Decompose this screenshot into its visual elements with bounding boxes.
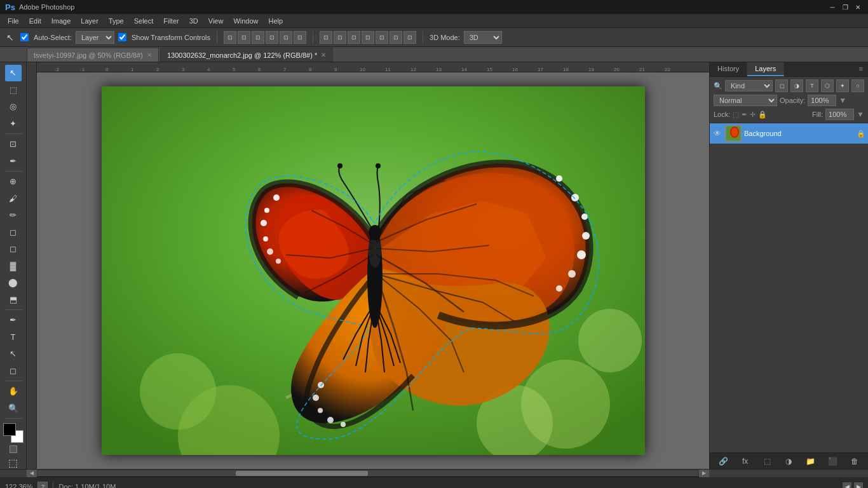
lock-paint-icon[interactable]: ✒ [742,111,747,119]
layers-list: 👁 Background 🔒 [710,123,868,452]
3d-mode-dropdown[interactable]: 3D [464,31,502,44]
tab-file1-close[interactable]: ✕ [147,51,152,58]
healing-btn[interactable]: ⊕ [5,173,22,190]
crop-tool-btn[interactable]: ⊡ [5,136,22,152]
dist-btn-6[interactable]: ⊡ [390,31,402,44]
quick-mask-btn[interactable] [5,445,22,454]
align-btn-4[interactable]: ⊡ [266,31,278,44]
menu-3d[interactable]: 3D [184,16,203,26]
dist-btn-2[interactable]: ⊡ [334,31,346,44]
canvas-area[interactable]: -3 -2 -1 0 1 2 3 4 5 6 7 8 9 10 11 12 13… [27,62,709,469]
menu-filter[interactable]: Filter [158,16,184,26]
new-group-btn[interactable]: 📁 [804,455,817,468]
gradient-btn[interactable]: ▓ [5,257,22,274]
filter-select[interactable]: Kind Name Effect Mode Attribute Color [725,80,773,92]
ruler-horizontal: -3 -2 -1 0 1 2 3 4 5 6 7 8 9 10 11 12 13… [27,62,709,72]
dist-btn-1[interactable]: ⊡ [320,31,332,44]
add-mask-btn[interactable]: ⬚ [761,455,773,468]
menu-edit[interactable]: Edit [24,16,46,26]
status-zoom: 122.36% [5,483,32,489]
align-btn-3[interactable]: ⊡ [252,31,264,44]
pen-btn[interactable]: ✒ [5,312,22,329]
menu-type[interactable]: Type [104,16,129,26]
menu-file[interactable]: File [3,16,24,26]
dist-btn-5[interactable]: ⊡ [376,31,388,44]
hand-btn[interactable]: ✋ [5,383,22,400]
tab-file2[interactable]: 1300302632_monarch2.jpg @ 122% (RGB/8#) … [160,48,333,62]
scroll-thumb-h[interactable] [236,471,368,476]
filter-type-type[interactable]: T [806,79,818,92]
brush-btn[interactable]: 🖌 [5,190,22,207]
magic-wand-btn[interactable]: ✦ [5,116,22,132]
zoom-info-btn[interactable]: ? [37,482,48,489]
color-swatches[interactable] [3,423,24,443]
lock-all-icon[interactable]: 🔒 [758,111,767,119]
menu-window[interactable]: Window [228,16,263,26]
shape-btn[interactable]: ◻ [5,362,22,379]
filter-type-adj[interactable]: ◑ [790,79,803,92]
align-btn-1[interactable]: ⊡ [224,31,236,44]
lock-transparency-icon[interactable]: ⬚ [733,111,739,119]
scroll-left-btn[interactable]: ◀ [27,470,37,477]
filter-type-shape[interactable]: ⬡ [821,79,834,92]
filter-type-smart[interactable]: ✦ [836,79,849,92]
eraser-btn[interactable]: ◻ [5,241,22,257]
dist-btn-3[interactable]: ⊡ [348,31,360,44]
history-brush-btn[interactable]: ◻ [5,224,22,240]
fill-arrow[interactable]: ▼ [857,110,864,119]
screen-mode-btn[interactable]: ⬚ [8,457,18,469]
close-button[interactable]: ✕ [853,3,863,11]
layer-lock-icon: 🔒 [857,130,865,138]
delete-layer-btn[interactable]: 🗑 [848,455,861,468]
filter-type-pixel[interactable]: ◻ [775,79,788,92]
layer-visibility-icon[interactable]: 👁 [712,128,722,139]
auto-select-dropdown[interactable]: Layer Group [76,31,114,44]
align-btn-2[interactable]: ⊡ [238,31,250,44]
menu-select[interactable]: Select [129,16,159,26]
tab-file1[interactable]: tsvetyi-10997.jpg @ 50% (RGB/8#) ✕ [27,48,159,62]
blend-mode-select[interactable]: Normal Dissolve Multiply Screen Overlay [714,95,777,106]
auto-select-checkbox[interactable] [20,33,29,41]
type-btn[interactable]: T [5,329,22,345]
menu-help[interactable]: Help [264,16,288,26]
next-frame-btn[interactable]: ▶ [854,482,863,489]
blur-btn[interactable]: ⬤ [5,274,22,291]
align-btn-5[interactable]: ⊡ [280,31,292,44]
panel-menu-icon[interactable]: ≡ [854,62,868,76]
new-adjustment-btn[interactable]: ◑ [782,455,795,468]
layer-effects-btn[interactable]: fx [739,455,752,468]
align-btn-6[interactable]: ⊡ [294,31,306,44]
lock-move-icon[interactable]: ✛ [750,111,756,119]
lasso-tool-btn[interactable]: ◎ [5,98,22,115]
dist-btn-7[interactable]: ⊡ [403,31,416,44]
minimize-button[interactable]: ─ [827,3,837,11]
filter-toggle[interactable]: ○ [851,79,864,92]
zoom-btn[interactable]: 🔍 [5,400,22,416]
layer-item-background[interactable]: 👁 Background 🔒 [710,123,868,144]
tab-layers[interactable]: Layers [747,62,784,76]
new-layer-btn[interactable]: ⬛ [826,455,839,468]
prev-frame-btn[interactable]: ◀ [843,482,851,489]
fill-input[interactable] [825,109,854,120]
clone-btn[interactable]: ✏ [5,207,22,224]
eyedropper-btn[interactable]: ✒ [5,152,22,169]
foreground-color[interactable] [3,423,16,436]
menu-image[interactable]: Image [46,16,76,26]
dist-btn-4[interactable]: ⊡ [362,31,374,44]
dodge-btn[interactable]: ⬒ [5,291,22,308]
menu-view[interactable]: View [203,16,229,26]
menu-layer[interactable]: Layer [76,16,104,26]
marquee-tool-btn[interactable]: ⬚ [5,82,22,98]
opacity-arrow[interactable]: ▼ [839,96,846,105]
show-transform-checkbox[interactable] [118,33,126,41]
tab-history[interactable]: History [710,62,747,76]
scroll-right-btn[interactable]: ▶ [699,470,709,477]
move-tool-btn[interactable]: ↖ [5,65,22,81]
opacity-input[interactable] [808,95,836,106]
link-layers-btn[interactable]: 🔗 [717,455,729,468]
layer-name: Background [744,130,854,137]
restore-button[interactable]: ❐ [840,3,850,11]
path-select-btn[interactable]: ↖ [5,346,22,362]
scroll-track-h[interactable] [38,471,698,476]
tab-file2-close[interactable]: ✕ [321,51,326,58]
